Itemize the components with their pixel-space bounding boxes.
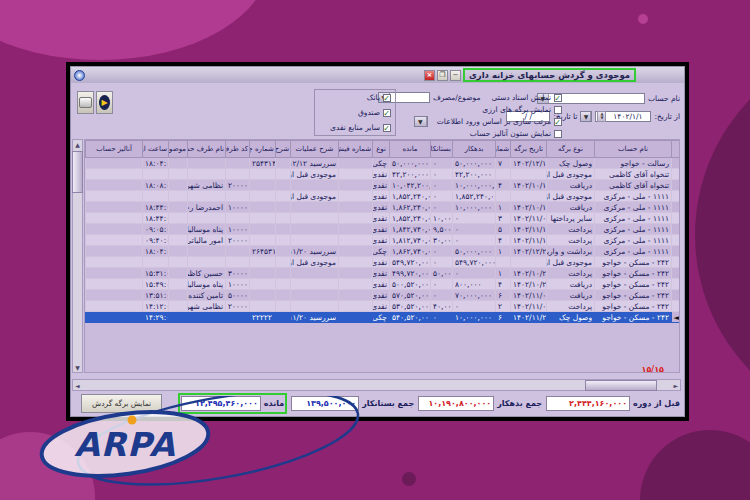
print-button[interactable] — [77, 91, 94, 114]
grid-cell[interactable] — [169, 224, 188, 235]
grid-cell[interactable] — [250, 191, 276, 202]
grid-cell[interactable] — [169, 246, 188, 257]
grid-cell[interactable]: ۰ — [431, 279, 453, 290]
grid-cell[interactable]: ۱,۸۴۲,۷۴۰,۰۰۰ — [390, 224, 431, 235]
checkbox-icon[interactable]: ✓ — [554, 94, 562, 102]
scrollbar-thumb[interactable] — [585, 380, 657, 391]
grid-cell[interactable] — [250, 268, 276, 279]
grid-cell[interactable]: امور مالیاتی اصفهان — [188, 235, 226, 246]
grid-cell[interactable]: سایر پرداختها — [547, 213, 595, 224]
scrollbar-thumb[interactable] — [72, 151, 83, 193]
close-button[interactable]: × — [424, 70, 435, 81]
grid-cell[interactable]: ۲۶۴۵۳۱ — [250, 246, 276, 257]
table-row[interactable]: ۱۱۱۱ - ملی - مرکزیپرداخت۱۴۰۲/۱۱/۱۱۵۰۹,۵۰… — [86, 224, 681, 235]
grid-cell[interactable] — [276, 202, 291, 213]
grid-cell[interactable]: چکی — [373, 312, 390, 323]
grid-cell[interactable]: ۱ — [496, 246, 511, 257]
grid-cell[interactable] — [169, 169, 188, 180]
grid-cell[interactable]: ۰۹:۴۰:۰۰ — [143, 235, 169, 246]
grid-cell[interactable]: ۹,۵۰۰,۰۰۰ — [431, 224, 453, 235]
grid-cell[interactable]: ۵ — [496, 224, 511, 235]
grid-cell[interactable]: ۱۰,۰۰۰,۰۰۰ — [431, 213, 453, 224]
grid-cell[interactable]: نقدی — [373, 224, 390, 235]
grid-cell[interactable]: وصول چک — [547, 312, 595, 323]
grid-cell[interactable] — [250, 202, 276, 213]
column-header[interactable]: شرح — [276, 141, 291, 158]
chevron-down-icon[interactable]: ▼ — [415, 117, 427, 126]
grid-cell[interactable]: نقدی — [373, 191, 390, 202]
grid-cell[interactable]: ۱ — [496, 202, 511, 213]
grid-cell[interactable]: ۰ — [431, 169, 453, 180]
grid-cell[interactable]: ۲۰۰۰۰۰۱ — [226, 301, 250, 312]
grid-cell[interactable] — [169, 191, 188, 202]
grid-cell[interactable]: نقدی — [373, 257, 390, 268]
grid-cell[interactable] — [188, 246, 226, 257]
record-selector[interactable] — [672, 202, 681, 213]
grid-cell[interactable] — [276, 224, 291, 235]
grid-cell[interactable]: ۱۵:۴۹:۰۰ — [143, 279, 169, 290]
grid-cell[interactable] — [250, 290, 276, 301]
scroll-up-icon[interactable]: ▲ — [75, 140, 80, 149]
grid-cell[interactable]: ۴ — [496, 235, 511, 246]
grid-cell[interactable]: ۳۰,۰۰۰,۰۰۰ — [431, 235, 453, 246]
show-turnover-sheet-button[interactable]: نمایش برگه گردش — [81, 394, 162, 413]
grid-cell[interactable]: نقدی — [373, 180, 390, 191]
grid-cell[interactable]: ۱۱۱۱ - ملی - مرکزی — [595, 213, 672, 224]
grid-cell[interactable]: ۶ — [496, 290, 511, 301]
grid-cell[interactable]: ۰ — [431, 191, 453, 202]
grid-cell[interactable]: ۴۲,۲۰۰,۰۰۰ — [390, 169, 431, 180]
grid-cell[interactable]: دریافت — [547, 290, 595, 301]
grid-cell[interactable]: ۱۱۱۱ - ملی - مرکزی — [595, 202, 672, 213]
grid-cell[interactable] — [86, 290, 143, 301]
grid-cell[interactable] — [143, 169, 169, 180]
grid-cell[interactable]: موجودی قبل از دوره ... — [547, 169, 595, 180]
table-row[interactable]: رسالت - خواجووصول چک۱۴۰۲/۱۲/۱۲۷۵۰,۰۰۰,۰۰… — [86, 158, 681, 169]
column-header[interactable]: کد طرف حساب — [226, 141, 250, 158]
grid-cell[interactable]: ۲۴۲ - مسکن - خواجو — [595, 257, 672, 268]
grid-cell[interactable]: موجودی قبل از دوره ... — [291, 191, 339, 202]
checkbox-icon[interactable]: ✓ — [383, 109, 391, 117]
checkbox-icon[interactable] — [554, 130, 562, 138]
column-header[interactable]: تاریخ برگه — [511, 141, 547, 158]
grid-cell[interactable] — [86, 213, 143, 224]
table-row[interactable]: ۱۱۱۱ - ملی - مرکزیموجودی قبل از دوره ...… — [86, 191, 681, 202]
grid-cell[interactable]: ۱۰,۰۰۰,۰۰۰,۰۰۰ — [453, 180, 496, 191]
grid-cell[interactable] — [511, 257, 547, 268]
grid-cell[interactable]: نقدی — [373, 268, 390, 279]
grid-cell[interactable]: موجودی قبل از دوره ... — [291, 169, 339, 180]
table-row[interactable]: ۲۴۲ - مسکن - خواجودریافت۱۴۰۲/۱۰/۲۴۴۸۰۰,۰… — [86, 279, 681, 290]
grid-cell[interactable] — [188, 191, 226, 202]
grid-cell[interactable]: ۵۷۰,۵۲۰,۰۰۰ — [390, 290, 431, 301]
table-row[interactable]: ۲۴۲ - مسکن - خواجوپرداخت۱۴۰۲/۱۱/۰۲۲۰۴۰,۰… — [86, 301, 681, 312]
grid-cell[interactable]: ۰ — [431, 180, 453, 191]
grid-cell[interactable] — [86, 158, 143, 169]
grid-cell[interactable]: ۰ — [431, 290, 453, 301]
column-header[interactable]: شماره چک — [250, 141, 276, 158]
grid-cell[interactable]: ۰ — [431, 246, 453, 257]
grid-cell[interactable] — [169, 290, 188, 301]
grid-cell[interactable]: ۴۹۹,۷۲۰,۰۰۰ — [390, 268, 431, 279]
grid-cell[interactable]: ۳۰۰۰۰۰۳ — [226, 268, 250, 279]
grid-cell[interactable]: رسالت - خواجو — [595, 158, 672, 169]
grid-cell[interactable]: ۱۴:۱۲:۰۰ — [143, 301, 169, 312]
grid-cell[interactable]: ۱۴۰۲/۱۱/۰۲ — [511, 290, 547, 301]
record-selector[interactable] — [672, 268, 681, 279]
grid-cell[interactable]: ۵۰۰۰۰۰۱ — [226, 290, 250, 301]
option-checkbox[interactable]: ✓مرتب سازی بر اساس ورود اطلاعات▼ — [378, 116, 562, 127]
grid-cell[interactable]: احمدرضا رحیمی — [188, 202, 226, 213]
table-row[interactable]: ۲۴۲ - مسکن - خواجوپرداخت۱۴۰۲/۱۰/۲۳۱۰۵۰,۰… — [86, 268, 681, 279]
table-row[interactable]: ◄۲۴۲ - مسکن - خواجووصول چک۱۴۰۲/۱۱/۲۰۶۱۰,… — [86, 312, 681, 323]
grid-cell[interactable]: پناه موسالیان — [188, 224, 226, 235]
grid-cell[interactable] — [169, 235, 188, 246]
grid-cell[interactable]: پرداخت — [547, 268, 595, 279]
scroll-left-icon[interactable]: ◄ — [75, 381, 80, 390]
grid-cell[interactable]: دریافت — [547, 202, 595, 213]
grid-cell[interactable] — [86, 180, 143, 191]
grid-cell[interactable] — [496, 191, 511, 202]
grid-cell[interactable]: نظامی شهر اصفهان — [188, 180, 226, 191]
column-header[interactable]: نوع برگه — [547, 141, 595, 158]
grid-cell[interactable]: ۱۰,۰۰۰,۰۰۰ — [453, 312, 496, 323]
grid-cell[interactable] — [188, 213, 226, 224]
source-checkbox[interactable]: ✓سایر منابع نقدی — [319, 123, 391, 132]
table-row[interactable]: ۱۱۱۱ - ملی - مرکزیسایر پرداختها۱۴۰۲/۱۱/۰… — [86, 213, 681, 224]
